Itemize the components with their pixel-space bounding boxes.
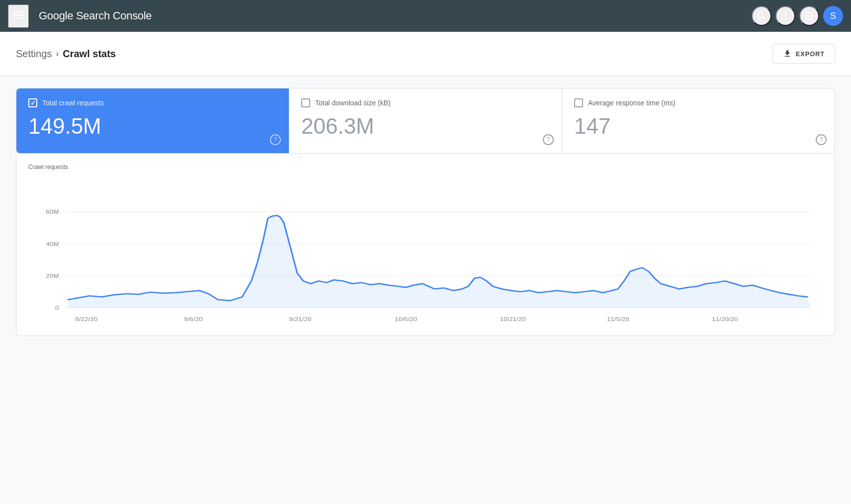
- svg-text:0: 0: [55, 305, 59, 311]
- metric-checkbox-crawl[interactable]: ✓: [28, 98, 37, 107]
- svg-text:9/6/20: 9/6/20: [184, 316, 203, 322]
- svg-rect-7: [808, 12, 810, 14]
- breadcrumb-bar: Settings › Crawl stats EXPORT: [0, 32, 851, 76]
- svg-point-3: [784, 12, 786, 14]
- svg-point-4: [784, 15, 786, 16]
- metric-card-response-time[interactable]: Average response time (ms) 147 ?: [562, 88, 835, 153]
- metric-checkbox-download[interactable]: [301, 98, 310, 107]
- metric-value-crawl: 149.5M: [28, 115, 277, 137]
- chart-container: Crawl requests 60M 40M 20M 0: [16, 154, 835, 336]
- crawl-chart: 60M 40M 20M 0 8/22/20 9/6/20 9/21/20 10/…: [28, 174, 823, 324]
- help-icon-crawl[interactable]: ?: [270, 134, 281, 145]
- app-header: Google Search Console: [0, 0, 851, 32]
- metric-card-crawl-requests[interactable]: ✓ Total crawl requests 149.5M ?: [16, 88, 289, 153]
- svg-rect-9: [806, 15, 807, 16]
- svg-rect-6: [806, 12, 807, 14]
- svg-rect-11: [811, 15, 813, 16]
- svg-text:11/20/20: 11/20/20: [712, 316, 738, 322]
- metric-card-download-size[interactable]: Total download size (kB) 206.3M ?: [289, 88, 562, 153]
- svg-text:10/21/20: 10/21/20: [500, 316, 526, 322]
- header-icons: S: [752, 6, 843, 26]
- breadcrumb-separator: ›: [56, 49, 59, 59]
- menu-button[interactable]: [8, 4, 29, 28]
- svg-rect-14: [811, 18, 813, 19]
- svg-rect-2: [13, 17, 24, 18]
- metric-label-response: Average response time (ms): [588, 99, 676, 107]
- metric-cards: ✓ Total crawl requests 149.5M ? Total do…: [16, 88, 835, 154]
- svg-rect-1: [13, 14, 24, 15]
- svg-rect-8: [811, 12, 813, 14]
- svg-text:11/5/20: 11/5/20: [607, 316, 629, 322]
- help-icon-download[interactable]: ?: [543, 134, 554, 145]
- metric-label-crawl: Total crawl requests: [42, 99, 104, 107]
- svg-rect-13: [808, 18, 810, 19]
- breadcrumb: Settings › Crawl stats: [16, 48, 116, 60]
- svg-text:8/22/20: 8/22/20: [75, 316, 97, 322]
- search-button[interactable]: [752, 6, 771, 26]
- svg-text:10/6/20: 10/6/20: [395, 316, 417, 322]
- svg-text:60M: 60M: [46, 209, 59, 215]
- export-label: EXPORT: [796, 50, 825, 58]
- checkmark-icon: ✓: [30, 99, 36, 107]
- apps-button[interactable]: [799, 6, 819, 26]
- metric-card-header-download: Total download size (kB): [301, 98, 550, 107]
- metric-value-response: 147: [574, 115, 823, 137]
- svg-text:9/21/20: 9/21/20: [289, 316, 311, 322]
- metric-label-download: Total download size (kB): [315, 99, 391, 107]
- app-title: Google Search Console: [39, 9, 742, 22]
- chart-y-label: Crawl requests: [28, 164, 823, 170]
- metric-checkbox-response[interactable]: [574, 98, 583, 107]
- help-icon-response[interactable]: ?: [816, 134, 827, 145]
- chart-fill-area: [68, 216, 811, 308]
- svg-rect-12: [806, 18, 807, 19]
- svg-text:20M: 20M: [46, 273, 59, 279]
- svg-point-5: [784, 18, 786, 19]
- svg-rect-10: [808, 15, 810, 16]
- svg-text:40M: 40M: [46, 241, 59, 247]
- breadcrumb-current-page: Crawl stats: [63, 48, 116, 60]
- main-content: ✓ Total crawl requests 149.5M ? Total do…: [0, 76, 851, 348]
- breadcrumb-settings-link[interactable]: Settings: [16, 48, 52, 60]
- export-button[interactable]: EXPORT: [772, 44, 835, 64]
- metric-card-header: ✓ Total crawl requests: [28, 98, 277, 107]
- metric-card-header-response: Average response time (ms): [574, 98, 823, 107]
- metric-value-download: 206.3M: [301, 115, 550, 137]
- svg-rect-0: [13, 11, 24, 12]
- more-options-button[interactable]: [775, 6, 795, 26]
- chart-wrapper: 60M 40M 20M 0 8/22/20 9/6/20 9/21/20 10/…: [28, 174, 823, 324]
- user-avatar[interactable]: S: [823, 6, 843, 26]
